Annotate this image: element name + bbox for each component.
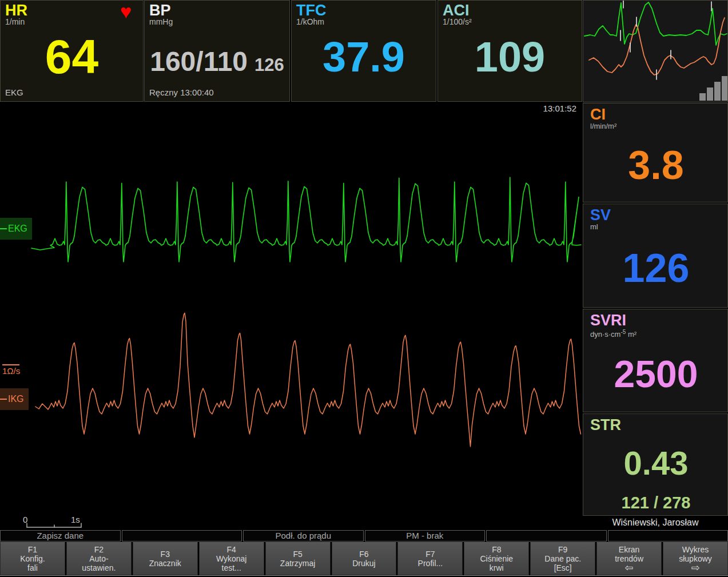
aci-label: ACI [443, 3, 472, 18]
fkey-f2-auto-ustawien[interactable]: F2Auto-ustawien. [66, 542, 132, 575]
status-pacemaker: PM - brak [365, 530, 486, 542]
tfc-value: 37.9 [323, 33, 405, 81]
fkey-f7-profil[interactable]: F7Profil... [397, 542, 463, 575]
tile-hr[interactable]: HR 1/min ♥ 64 EKG [0, 0, 144, 102]
aci-unit: 1/100/s² [443, 18, 472, 26]
sv-unit: ml [590, 222, 722, 231]
tile-sv[interactable]: SV ml 126 [583, 204, 728, 308]
fkey-f1-konfig-fali[interactable]: F1Konfig.fali [0, 542, 65, 575]
waveform-timestamp: 13:01:52 [543, 104, 576, 113]
ikg-scale-marker: 1Ω/s [2, 364, 20, 376]
patient-monitor-screen: HR 1/min ♥ 64 EKG BP mmHg 160/110 126 Rę… [0, 0, 728, 577]
status-empty-1 [122, 530, 242, 542]
svri-label: SVRI [590, 313, 722, 328]
bp-label: BP [149, 3, 173, 18]
button-ekran-trendow[interactable]: Ekrantrendów⇦ [596, 542, 662, 575]
patient-name[interactable]: Wiśniewski, Jarosław [583, 516, 728, 530]
bp-mode-label: Ręczny 13:00:40 [149, 87, 285, 100]
ruler-start-label: 0 [23, 515, 27, 524]
hr-value: 64 [45, 29, 98, 85]
status-bar: Zapisz dane Podł. do prądu PM - brak [0, 530, 728, 542]
tfc-label: TFC [296, 3, 326, 18]
bp-unit: mmHg [149, 18, 173, 26]
fkey-f5-zatrzymaj[interactable]: F5Zatrzymaj [265, 542, 331, 575]
right-arrow-icon: ⇨ [663, 563, 727, 572]
fkey-f3-znacznik[interactable]: F3Znacznik [133, 542, 198, 575]
scale-bar-icon [2, 364, 19, 365]
tile-str[interactable]: STR 0.43 121 / 278 [583, 413, 728, 516]
svri-unit: dyn·s·cm-5 m² [590, 328, 722, 339]
hr-source-label: EKG [5, 87, 138, 100]
tile-svri[interactable]: SVRI dyn·s·cm-5 m² 2500 [583, 309, 728, 412]
aci-value: 109 [475, 33, 545, 81]
tile-tfc[interactable]: TFC 1/kOhm 37.9 [291, 0, 436, 102]
fkey-f9-dane-pac-esc[interactable]: F9Dane pac.[Esc] [530, 542, 595, 575]
status-empty-2 [486, 530, 607, 542]
status-save-data: Zapisz dane [0, 530, 121, 542]
svri-value: 2500 [614, 352, 698, 396]
beat-preview-waveforms [583, 1, 727, 102]
tile-bp[interactable]: BP mmHg 160/110 126 Ręczny 13:00:40 [144, 0, 290, 102]
status-mains-power: Podł. do prądu [243, 530, 364, 542]
left-arrow-icon: ⇦ [597, 563, 661, 572]
ikg-lead-label[interactable]: IKG [0, 388, 29, 410]
sv-label: SV [590, 208, 722, 222]
str-value: 0.43 [624, 444, 689, 482]
fkey-f6-drukuj[interactable]: F6Drukuj [332, 542, 397, 575]
str-secondary-value: 121 / 278 [590, 494, 722, 513]
function-key-bar: F1Konfig.fali F2Auto-ustawien. F3Znaczni… [0, 542, 728, 575]
tile-hr-header: HR 1/min ♥ [5, 3, 138, 26]
ci-unit: l/min/m² [590, 122, 722, 130]
beat-preview-panel [583, 0, 728, 102]
bp-value: 160/110 [150, 46, 248, 77]
ci-value: 3.8 [628, 142, 683, 188]
hr-unit: 1/min [5, 18, 27, 26]
ekg-dash-icon [0, 228, 7, 229]
str-label: STR [590, 417, 722, 432]
waveform-area: 13:01:52 EKG 1Ω/s IKG 0 1s [0, 102, 582, 530]
tfc-unit: 1/kOhm [296, 18, 326, 26]
fkey-f8-cisnienie-krwi[interactable]: F8Ciśnieniekrwi [464, 542, 529, 575]
ekg-lead-label[interactable]: EKG [0, 218, 32, 240]
fkey-f4-wykonaj-test[interactable]: F4Wykonajtest... [199, 542, 264, 575]
heartbeat-icon: ♥ [120, 3, 132, 20]
waveforms-svg [0, 102, 582, 530]
button-wykres-slupkowy[interactable]: Wykressłupkowy⇨ [663, 542, 728, 575]
bp-mean-value: 126 [254, 55, 284, 75]
ikg-dash-icon [0, 399, 7, 400]
tile-aci[interactable]: ACI 1/100/s² 109 [437, 0, 582, 102]
status-empty-3 [608, 530, 728, 542]
hr-label: HR [5, 3, 27, 18]
ci-label: CI [590, 107, 722, 122]
sv-value: 126 [623, 245, 690, 291]
tile-ci[interactable]: CI l/min/m² 3.8 [583, 103, 728, 202]
ruler-end-label: 1s [71, 515, 80, 524]
